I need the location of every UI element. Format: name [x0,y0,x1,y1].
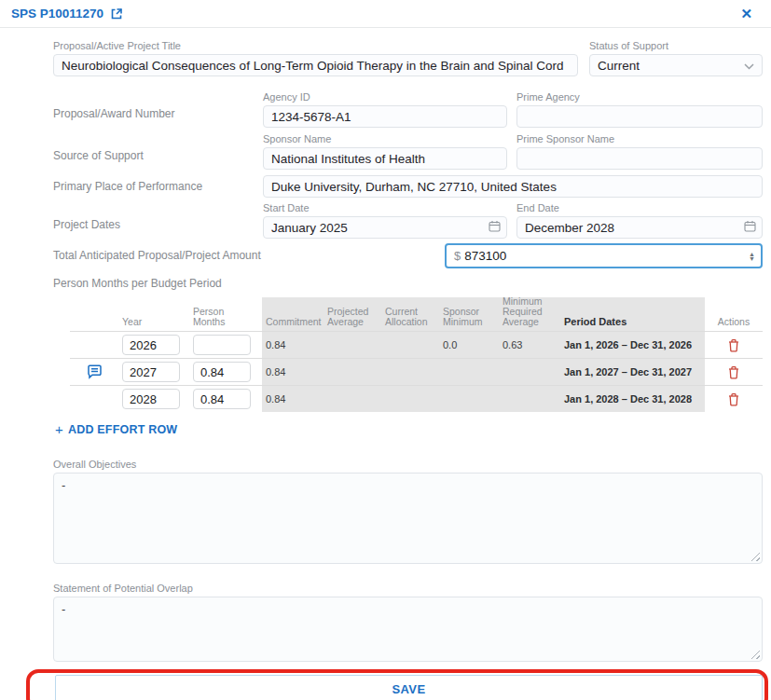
col-header-period-dates: Period Dates [560,297,705,331]
current-allocation-value [381,332,439,358]
period-dates-value: Jan 1, 2027 – Dec 31, 2027 [560,359,705,385]
person-months-input[interactable] [193,389,251,409]
col-header-current-allocation: Current Allocation [381,297,439,331]
col-header-actions: Actions [705,297,763,331]
delete-row-icon[interactable] [727,392,740,406]
dialog-header: SPS P10011270 ✕ [0,0,771,28]
year-input[interactable] [122,389,180,409]
resize-grip-icon[interactable] [751,651,760,659]
projected-average-value [324,332,381,358]
place-of-performance-row-label: Primary Place of Performance [53,175,263,198]
award-number-row-label: Proposal/Award Number [53,91,263,128]
status-field-label: Status of Support [589,40,763,51]
sponsor-name-input[interactable] [263,147,507,170]
minimum-required-average-value [499,386,560,412]
total-amount-input[interactable] [464,249,745,263]
period-dates-value: Jan 1, 2026 – Dec 31, 2026 [560,332,705,358]
delete-row-icon[interactable] [727,338,740,352]
start-date-input[interactable] [263,216,507,239]
person-months-section-label: Person Months per Budget Period [53,277,763,290]
current-allocation-value [381,386,439,412]
col-header-sponsor-minimum: Sponsor Minimum [439,297,499,331]
overall-objectives-label: Overall Objectives [53,459,763,470]
prime-sponsor-name-input[interactable] [516,147,763,170]
agency-id-label: Agency ID [263,91,507,103]
total-amount-field: $ ▲▼ [445,243,763,268]
minimum-required-average-value [499,359,560,385]
project-dates-row-label: Project Dates [53,202,263,239]
minimum-required-average-value: 0.63 [499,332,560,358]
overall-objectives-textarea[interactable]: - [53,473,763,564]
comment-icon[interactable] [87,364,103,379]
project-title-input[interactable] [53,54,578,76]
effort-table-header: Year Person Months Commitment Projected … [70,297,763,331]
dialog-body: Proposal/Active Project Title Status of … [0,28,771,700]
calendar-icon[interactable] [489,219,501,236]
prime-sponsor-name-label: Prime Sponsor Name [516,133,763,144]
prime-agency-label: Prime Agency [516,91,763,103]
external-link-icon[interactable] [110,7,123,21]
effort-row: 0.84 Jan 1, 2028 – Dec 31, 2028 [70,385,763,412]
person-months-input[interactable] [193,362,251,382]
projected-average-value [324,359,381,385]
start-date-label: Start Date [263,202,507,213]
sponsor-minimum-value [439,359,499,385]
col-header-minimum-required-average: Minimum Required Average [499,297,560,331]
sponsor-name-label: Sponsor Name [263,133,507,144]
total-amount-row-label: Total Anticipated Proposal/Project Amoun… [53,243,445,268]
year-input[interactable] [122,362,180,382]
agency-id-input[interactable] [263,105,507,128]
plus-icon: + [55,421,63,437]
col-header-person-months: Person Months [189,297,262,331]
add-effort-row-label: ADD EFFORT ROW [68,423,177,436]
effort-row: 0.84 Jan 1, 2027 – Dec 31, 2027 [70,358,763,385]
prime-agency-input[interactable] [516,105,763,128]
place-of-performance-input[interactable] [263,175,763,198]
record-id-title: SPS P10011270 [11,7,103,21]
commitment-value: 0.84 [262,386,324,412]
year-input[interactable] [122,335,180,355]
sponsor-minimum-value [439,386,499,412]
resize-grip-icon[interactable] [751,553,760,561]
sponsor-minimum-value: 0.0 [439,332,499,358]
delete-row-icon[interactable] [727,365,740,379]
end-date-input[interactable] [516,216,763,239]
commitment-value: 0.84 [262,359,324,385]
save-button[interactable]: SAVE [55,675,763,700]
person-months-input[interactable] [193,335,251,355]
source-of-support-row-label: Source of Support [53,133,263,170]
potential-overlap-label: Statement of Potential Overlap [53,583,763,594]
col-header-year: Year [118,297,189,331]
potential-overlap-textarea[interactable]: - [53,597,763,662]
calendar-icon[interactable] [744,219,756,236]
effort-row: 0.84 0.0 0.63 Jan 1, 2026 – Dec 31, 2026 [70,331,763,358]
close-icon[interactable]: ✕ [740,6,752,22]
col-header-projected-average: Projected Average [324,297,381,331]
add-effort-row-button[interactable]: + ADD EFFORT ROW [55,421,177,437]
commitment-value: 0.84 [262,332,324,358]
number-stepper[interactable]: ▲▼ [745,252,755,261]
end-date-label: End Date [516,202,763,213]
status-selected-value: Current [598,59,640,73]
col-header-commitment: Commitment [262,297,324,331]
currency-symbol: $ [454,249,461,263]
chevron-down-icon [744,59,754,73]
title-field-label: Proposal/Active Project Title [53,40,578,51]
effort-table: Year Person Months Commitment Projected … [70,297,763,412]
projected-average-value [324,386,381,412]
current-allocation-value [381,359,439,385]
period-dates-value: Jan 1, 2028 – Dec 31, 2028 [560,386,705,412]
status-select[interactable]: Current [589,54,763,76]
